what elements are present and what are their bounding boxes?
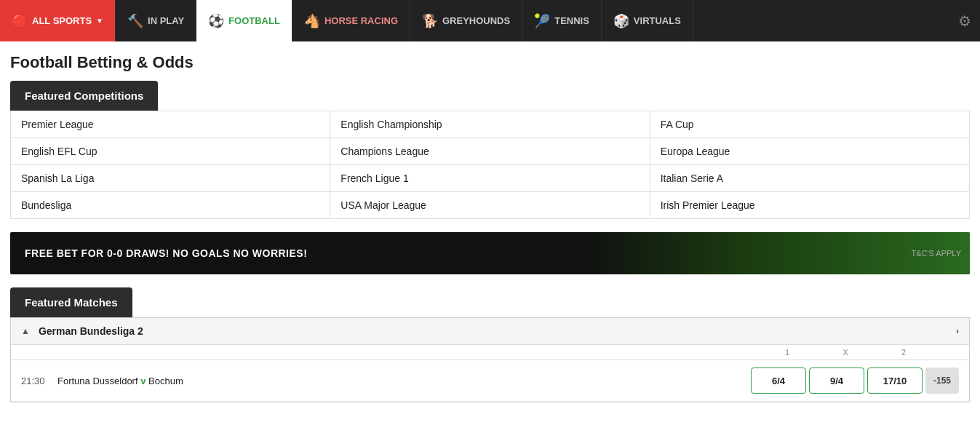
odds-group: 6/49/417/10-155 (751, 368, 959, 394)
competition-item[interactable]: English EFL Cup (11, 138, 330, 165)
column-header-spacer (933, 348, 969, 357)
featured-matches-header: Featured Matches (10, 287, 132, 317)
more-odds-button[interactable]: -155 (925, 368, 959, 394)
column-header: X (816, 348, 875, 357)
promo-text: FREE BET FOR 0-0 DRAWS! NO GOALS NO WORR… (10, 247, 322, 259)
competition-item[interactable]: Premier League (11, 111, 330, 138)
all-sports-arrow-icon: ▼ (96, 17, 103, 25)
matches-container: ▲German Bundesliga 2›1X221:30Fortuna Dus… (10, 317, 970, 402)
featured-competitions-header: Featured Competitions (10, 81, 158, 111)
all-sports-icon: 🔴 (12, 13, 28, 29)
virtuals-icon: 🎲 (613, 13, 629, 29)
competitions-table: Premier LeagueEnglish ChampionshipFA Cup… (10, 111, 970, 219)
competition-item[interactable]: Bundesliga (11, 192, 330, 219)
virtuals-label: VIRTUALS (634, 15, 681, 26)
main-nav: 🔴ALL SPORTS ▼🔨IN PLAY⚽FOOTBALL🐴HORSE RAC… (0, 0, 980, 41)
competition-item[interactable]: Champions League (330, 138, 650, 165)
competition-item[interactable]: Italian Serie A (650, 165, 969, 192)
nav-item-greyhounds[interactable]: 🐕GREYHOUNDS (410, 0, 522, 41)
odd-button-1[interactable]: 6/4 (751, 368, 806, 394)
competition-item[interactable]: French Ligue 1 (330, 165, 650, 192)
all-sports-label: ALL SPORTS (32, 15, 92, 26)
in-play-icon: 🔨 (127, 13, 143, 29)
competition-item[interactable]: Spanish La Liga (11, 165, 330, 192)
nav-item-all-sports[interactable]: 🔴ALL SPORTS ▼ (0, 0, 116, 41)
tennis-label: TENNIS (554, 15, 589, 26)
column-headers: 1X2 (11, 345, 969, 360)
league-name: German Bundesliga 2 (39, 325, 143, 337)
competition-item[interactable]: FA Cup (650, 111, 969, 138)
match-teams: Fortuna Dusseldorf v Bochum (57, 376, 751, 386)
settings-icon[interactable]: ⚙ (949, 0, 980, 41)
tennis-icon: 🎾 (534, 13, 550, 29)
nav-item-tennis[interactable]: 🎾TENNIS (522, 0, 602, 41)
greyhounds-icon: 🐕 (422, 13, 438, 29)
page-title: Football Betting & Odds (0, 41, 980, 81)
vs-label: v (140, 376, 146, 386)
competition-item[interactable]: Irish Premier League (650, 192, 969, 219)
nav-item-football[interactable]: ⚽FOOTBALL (196, 0, 292, 41)
horse-racing-label: HORSE RACING (324, 15, 398, 26)
league-row[interactable]: ▲German Bundesliga 2› (11, 318, 969, 345)
promo-tc: T&C'S APPLY (911, 249, 961, 258)
match-time: 21:30 (21, 376, 57, 386)
expand-icon: › (956, 326, 959, 336)
nav-item-horse-racing[interactable]: 🐴HORSE RACING (292, 0, 410, 41)
horse-racing-icon: 🐴 (304, 13, 320, 29)
promo-banner[interactable]: FREE BET FOR 0-0 DRAWS! NO GOALS NO WORR… (10, 232, 970, 274)
match-row: 21:30Fortuna Dusseldorf v Bochum6/49/417… (11, 360, 969, 402)
column-header: 1 (758, 348, 816, 357)
in-play-label: IN PLAY (148, 15, 184, 26)
greyhounds-label: GREYHOUNDS (442, 15, 510, 26)
football-label: FOOTBALL (228, 15, 280, 26)
odd-button-3[interactable]: 17/10 (867, 368, 923, 394)
collapse-icon: ▲ (21, 326, 30, 336)
football-icon: ⚽ (208, 13, 224, 29)
column-header: 2 (875, 348, 933, 357)
competition-item[interactable]: USA Major League (330, 192, 650, 219)
nav-item-in-play[interactable]: 🔨IN PLAY (116, 0, 196, 41)
nav-item-virtuals[interactable]: 🎲VIRTUALS (602, 0, 693, 41)
competition-item[interactable]: English Championship (330, 111, 650, 138)
odd-button-2[interactable]: 9/4 (809, 368, 864, 394)
competition-item[interactable]: Europa League (650, 138, 969, 165)
